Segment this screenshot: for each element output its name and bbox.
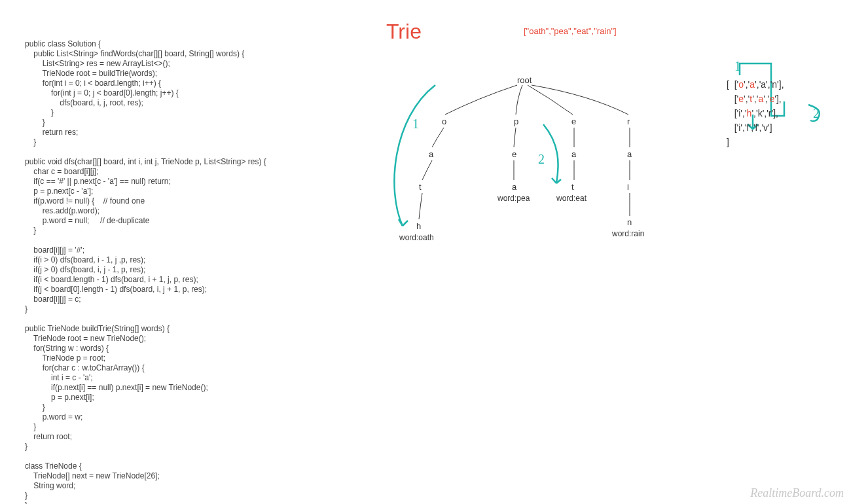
board-r0-c0: o (738, 79, 744, 90)
annot-2-right: 2 (813, 106, 820, 121)
watermark: RealtimeBoard.com (750, 486, 844, 500)
annot-1-right: 1 (734, 59, 741, 74)
board-r1-m4: '], (774, 94, 781, 104)
board-r1-m1: ',' (744, 94, 750, 104)
board-r0-c1: a (750, 79, 755, 90)
board-close: ] (727, 137, 729, 147)
board-open: [ (727, 79, 729, 90)
board-matrix: [ ['o','a','a','n'], ['e','t','a','e'], … (727, 77, 784, 149)
board-r3: ['i','f','l','v'] (734, 122, 772, 133)
annotation-arrows (0, 0, 849, 504)
board-r1-c0: e (738, 94, 744, 104)
board-r2-m2: ','k','r'], (751, 108, 778, 118)
annot-1-left: 1 (412, 117, 419, 132)
board-r0-m1: ',' (744, 79, 750, 90)
board-r2-pre: ['i',' (734, 108, 747, 118)
board-r0-m2: ','a','n'], (755, 79, 784, 90)
annot-2-mid: 2 (538, 152, 545, 167)
